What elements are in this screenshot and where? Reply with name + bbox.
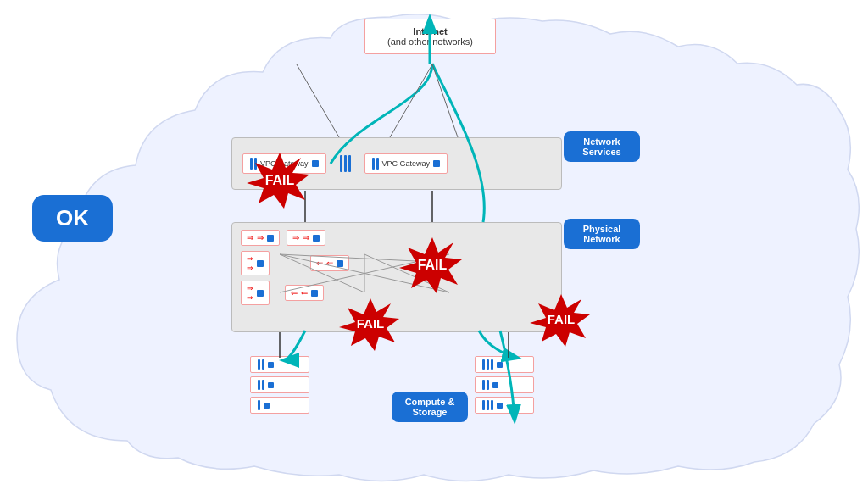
- server-6: [475, 397, 534, 414]
- server-col-right: [475, 356, 534, 414]
- server-col-left: [250, 356, 309, 414]
- router-6: ⇐ ⇐: [285, 285, 324, 301]
- svg-text:FAIL: FAIL: [418, 258, 448, 272]
- svg-text:FAIL: FAIL: [265, 173, 295, 187]
- router-3: ⇒ ⇒: [241, 251, 270, 275]
- physical-network-label: Physical Network: [564, 219, 640, 249]
- internet-label: Internet: [370, 26, 490, 36]
- fail-badge-3: FAIL: [335, 297, 407, 355]
- fail-badge-1: FAIL: [242, 151, 318, 214]
- router-5: ⇒ ⇒: [241, 281, 270, 305]
- compute-storage-label: Compute & Storage: [392, 392, 468, 422]
- ok-label: OK: [56, 205, 89, 231]
- internet-sublabel: (and other networks): [370, 36, 490, 47]
- fail-badge-4: FAIL: [526, 292, 598, 351]
- diagram-area: Internet (and other networks) VPC Gatewa…: [0, 0, 868, 484]
- fail-badge-2: FAIL: [394, 236, 470, 298]
- server-5: [475, 376, 534, 393]
- router-1: ⇒ ⇒: [241, 230, 280, 246]
- svg-text:FAIL: FAIL: [357, 316, 385, 331]
- router-4: ⇐ ⇐: [310, 255, 349, 271]
- vpc-gateway-2: VPC Gateway: [364, 153, 448, 174]
- network-services-label: Network Services: [564, 131, 640, 162]
- server-1: [250, 356, 309, 373]
- server-4: [475, 356, 534, 373]
- internet-box: Internet (and other networks): [364, 19, 496, 54]
- server-3: [250, 397, 309, 414]
- router-2: ⇒ ⇒: [287, 230, 326, 246]
- server-2: [250, 376, 309, 393]
- vpc-gateway-2-label: VPC Gateway: [382, 159, 431, 168]
- svg-text:FAIL: FAIL: [548, 312, 576, 326]
- ok-badge: OK: [32, 195, 113, 242]
